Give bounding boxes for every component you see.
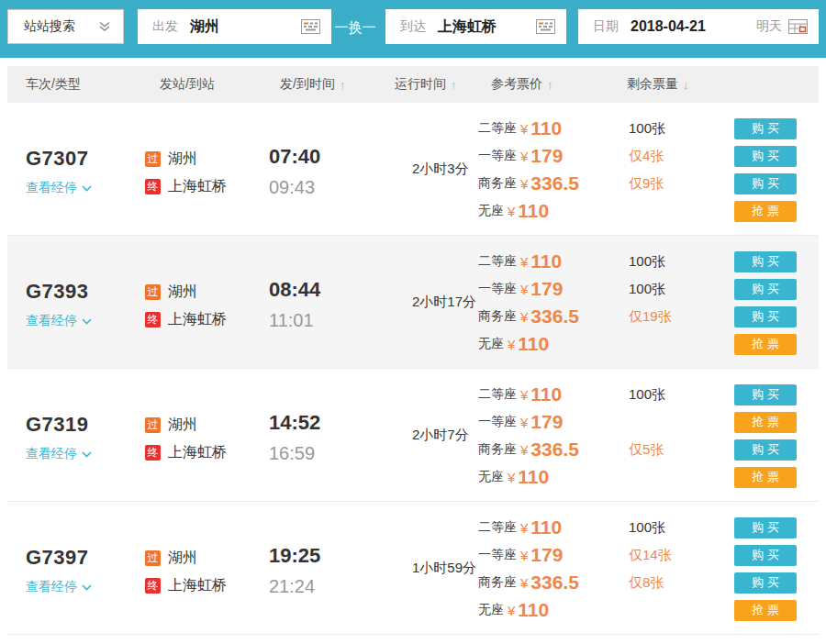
buy-button[interactable]: 购 买 <box>734 545 797 566</box>
buy-button[interactable]: 购 买 <box>734 517 797 539</box>
buy-button[interactable]: 购 买 <box>734 572 797 594</box>
fare-list: 二等座¥110一等座¥179商务座¥336.5无座¥110 <box>478 369 625 501</box>
yen-symbol: ¥ <box>520 575 528 591</box>
column-header-label: 参考票价 <box>491 76 542 93</box>
swap-stations-button[interactable]: 一换一 <box>331 19 379 37</box>
date-field[interactable]: 日期 2018-04-21 明天 <box>578 9 819 44</box>
view-stops-link[interactable]: 查看经停 <box>26 180 92 196</box>
seat-class-label: 二等座 <box>478 120 517 137</box>
remaining-count: 100张 <box>629 275 730 303</box>
tomorrow-link[interactable]: 明天 <box>756 18 782 35</box>
column-header-train: 车次/类型 <box>7 76 145 93</box>
fare-price: 110 <box>530 516 562 539</box>
buy-button[interactable]: 购 买 <box>734 384 797 405</box>
pass-badge: 过 <box>145 284 161 300</box>
yen-symbol: ¥ <box>520 442 528 458</box>
view-stops-label: 查看经停 <box>26 579 77 595</box>
remaining-count: 仅4张 <box>629 142 730 170</box>
remaining-count: 100张 <box>629 381 730 408</box>
fare-line: 无座¥110 <box>478 330 625 358</box>
yen-symbol: ¥ <box>520 254 528 270</box>
chevron-double-down-icon <box>98 21 111 32</box>
fare-price: 110 <box>518 200 549 222</box>
yen-symbol: ¥ <box>520 176 528 192</box>
buy-button[interactable]: 购 买 <box>734 279 797 300</box>
column-header-label: 发站/到站 <box>160 76 215 93</box>
buy-button[interactable]: 购 买 <box>734 146 797 167</box>
fare-line: 二等座¥110 <box>478 381 625 408</box>
seat-class-label: 无座 <box>478 469 504 485</box>
fare-price: 179 <box>530 278 563 300</box>
grab-ticket-button[interactable]: 抢 票 <box>734 334 797 355</box>
fare-list: 二等座¥110一等座¥179商务座¥336.5无座¥110 <box>478 103 625 235</box>
keyboard-icon[interactable] <box>301 19 320 34</box>
search-mode-select[interactable]: 站站搜索 <box>7 9 124 44</box>
chevron-down-icon <box>82 584 92 591</box>
arrive-label: 到达 <box>400 18 426 35</box>
arrival-time: 21:24 <box>269 576 386 597</box>
train-number: G7307 <box>26 147 145 171</box>
yen-symbol: ¥ <box>508 337 515 352</box>
yen-symbol: ¥ <box>520 387 528 403</box>
remaining-count <box>629 596 730 624</box>
fare-line: 二等座¥110 <box>478 248 625 275</box>
grab-ticket-button[interactable]: 抢 票 <box>734 467 797 488</box>
terminal-badge: 终 <box>145 578 161 594</box>
depart-field[interactable]: 出发 湖州 <box>138 9 331 44</box>
view-stops-link[interactable]: 查看经停 <box>26 313 92 329</box>
seat-class-label: 二等座 <box>478 386 517 403</box>
terminal-badge: 终 <box>145 445 161 461</box>
arrive-field[interactable]: 到达 上海虹桥 <box>385 9 566 44</box>
view-stops-label: 查看经停 <box>26 180 77 196</box>
buy-button[interactable]: 购 买 <box>734 439 797 461</box>
results-table: G7307 查看经停 过 湖州 终 上海虹桥 07:40 09:43 2小时3分 <box>7 103 819 635</box>
arrival-time: 16:59 <box>269 443 386 464</box>
yen-symbol: ¥ <box>520 282 528 297</box>
grab-ticket-button[interactable]: 抢 票 <box>734 201 797 222</box>
column-header-stations: 发站/到站 <box>145 76 269 93</box>
view-stops-link[interactable]: 查看经停 <box>26 579 92 595</box>
buy-button[interactable]: 购 买 <box>734 173 797 194</box>
sort-asc-icon: ↑ <box>340 78 346 92</box>
buy-button[interactable]: 购 买 <box>734 306 797 328</box>
train-number: G7393 <box>26 280 145 304</box>
seat-class-label: 商务座 <box>478 308 517 325</box>
action-line: 购 买 <box>730 303 819 330</box>
column-header-price[interactable]: 参考票价↑ <box>478 76 625 93</box>
action-line: 购 买 <box>730 569 819 596</box>
date-value: 2018-04-21 <box>631 18 706 35</box>
action-list: 购 买购 买购 买抢 票 <box>730 103 819 235</box>
calendar-icon[interactable] <box>788 19 808 34</box>
keyboard-icon[interactable] <box>536 19 555 34</box>
train-row: G7397 查看经停 过 湖州 终 上海虹桥 19:25 21:24 1小时59… <box>7 502 819 635</box>
fare-line: 一等座¥179 <box>478 142 625 170</box>
grab-ticket-button[interactable]: 抢 票 <box>734 412 797 433</box>
remaining-count: 100张 <box>629 115 730 142</box>
train-row: G7307 查看经停 过 湖州 终 上海虹桥 07:40 09:43 2小时3分 <box>7 103 819 236</box>
buy-button[interactable]: 购 买 <box>734 251 797 272</box>
action-line: 购 买 <box>730 248 819 275</box>
fare-price: 110 <box>518 599 549 621</box>
column-header-remaining[interactable]: 剩余票量↓ <box>625 76 730 93</box>
chevron-down-icon <box>82 451 92 458</box>
fare-price: 110 <box>530 250 562 272</box>
yen-symbol: ¥ <box>508 204 515 219</box>
fare-price: 336.5 <box>530 305 579 328</box>
remaining-count: 仅14张 <box>629 541 730 569</box>
column-header-duration[interactable]: 运行时间↑ <box>386 76 478 93</box>
fare-price: 336.5 <box>530 172 579 194</box>
pass-badge: 过 <box>145 417 161 433</box>
buy-button[interactable]: 购 买 <box>734 118 797 139</box>
seat-class-label: 一等座 <box>478 547 517 563</box>
grab-ticket-button[interactable]: 抢 票 <box>734 600 797 621</box>
departure-time: 08:44 <box>269 278 386 302</box>
seat-class-label: 一等座 <box>478 414 517 430</box>
remaining-list: 100张仅4张仅9张 <box>625 103 730 235</box>
action-line: 购 买 <box>730 514 819 541</box>
departure-time: 19:25 <box>269 544 386 568</box>
view-stops-link[interactable]: 查看经停 <box>26 446 92 462</box>
action-line: 抢 票 <box>730 408 819 436</box>
fare-price: 336.5 <box>530 572 579 594</box>
column-header-times[interactable]: 发/到时间↑ <box>269 76 386 93</box>
from-station: 湖州 <box>168 283 197 302</box>
